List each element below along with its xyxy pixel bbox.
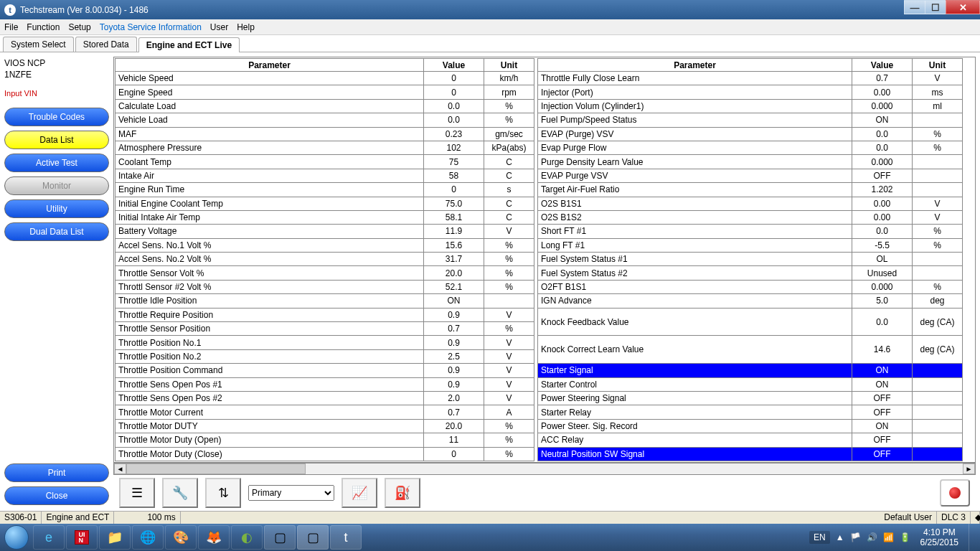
table-row[interactable]: O2FT B1S10.000% xyxy=(538,280,963,293)
table-row[interactable]: Long FT #1-5.5% xyxy=(538,238,963,252)
table-row[interactable]: Accel Sens. No.1 Volt %15.6% xyxy=(116,238,534,252)
horizontal-scrollbar[interactable]: ◄ ► xyxy=(113,463,976,475)
table-row[interactable]: MAF0.23gm/sec xyxy=(116,127,534,141)
chrome-icon[interactable]: 🌐 xyxy=(132,525,164,550)
close-button[interactable]: Close xyxy=(4,486,109,505)
table-row[interactable]: Fuel Pump/Speed StatusON xyxy=(538,113,963,127)
camtasia2-icon[interactable]: ▢ xyxy=(297,525,329,550)
sensor-button[interactable]: 🔧 xyxy=(162,478,198,508)
menu-file[interactable]: File xyxy=(4,22,18,32)
table-row[interactable]: Neutral Position SW SignalOFF xyxy=(538,447,963,461)
sort-button[interactable]: ⇅ xyxy=(205,478,241,508)
graph-button[interactable]: 📈 xyxy=(341,478,377,508)
table-row[interactable]: EVAP Purge VSVOFF xyxy=(538,169,963,182)
battery-icon[interactable]: 🔋 xyxy=(900,532,910,542)
fuel-graph-button[interactable]: ⛽ xyxy=(385,478,420,508)
table-row[interactable]: Throttle Require Position0.9V xyxy=(116,308,534,321)
scroll-right-icon[interactable]: ► xyxy=(963,463,975,474)
table-row[interactable]: Injector (Port)0.00ms xyxy=(538,85,963,99)
table-row[interactable]: Calculate Load0.0% xyxy=(116,99,534,113)
table-row[interactable]: Injection Volum (Cylinder1)0.000ml xyxy=(538,99,963,113)
table-row[interactable]: Throttle Fully Close Learn0.7V xyxy=(538,72,963,85)
table-row[interactable]: Evap Purge Flow0.0% xyxy=(538,141,963,154)
coccoc-icon[interactable]: ◐ xyxy=(231,525,263,550)
table-row[interactable]: Knock Feedback Value0.0deg (CA) xyxy=(538,308,963,336)
table-row[interactable]: EVAP (Purge) VSV0.0% xyxy=(538,127,963,141)
table-row[interactable]: Throttle Idle PositionON xyxy=(116,294,534,308)
table-row[interactable]: O2S B1S10.00V xyxy=(538,197,963,210)
record-button[interactable] xyxy=(940,479,970,507)
input-vin-link[interactable]: Input VIN xyxy=(4,89,109,98)
table-row[interactable]: Starter SignalON xyxy=(538,364,963,377)
table-row[interactable]: Throttle Motor Duty (Open)11% xyxy=(116,433,534,447)
table-row[interactable]: Atmosphere Pressure102kPa(abs) xyxy=(116,141,534,154)
techstream-task-icon[interactable]: t xyxy=(330,525,362,550)
table-row[interactable]: Purge Density Learn Value0.000 xyxy=(538,155,963,169)
explorer-icon[interactable]: 📁 xyxy=(99,525,131,550)
table-row[interactable]: Initial Intake Air Temp58.1C xyxy=(116,210,534,224)
table-row[interactable]: Battery Voltage11.9V xyxy=(116,225,534,238)
volume-icon[interactable]: 🔊 xyxy=(867,532,877,542)
primary-select[interactable]: Primary xyxy=(248,485,334,501)
table-row[interactable]: Coolant Temp75C xyxy=(116,155,534,169)
table-row[interactable]: Fuel System Status #1OL xyxy=(538,253,963,266)
table-row[interactable]: IGN Advance5.0deg xyxy=(538,294,963,308)
network-icon[interactable]: 📶 xyxy=(883,532,894,542)
table-row[interactable]: Target Air-Fuel Ratio1.202 xyxy=(538,183,963,197)
start-button[interactable] xyxy=(0,524,33,551)
side-monitor-button[interactable]: Monitor xyxy=(4,176,109,195)
table-row[interactable]: Vehicle Speed0km/h xyxy=(116,72,534,85)
table-row[interactable]: Intake Air58C xyxy=(116,169,534,182)
table-row[interactable]: Vehicle Load0.0% xyxy=(116,113,534,127)
table-row[interactable]: Throttle Motor DUTY20.0% xyxy=(116,419,534,433)
menu-function[interactable]: Function xyxy=(27,22,60,32)
data-table-right[interactable]: Parameter Value Unit Throttle Fully Clos… xyxy=(537,58,963,461)
menu-user[interactable]: User xyxy=(210,22,228,32)
camtasia-icon[interactable]: ▢ xyxy=(264,525,296,550)
table-row[interactable]: Starter ControlON xyxy=(538,377,963,391)
table-row[interactable]: Accel Sens. No.2 Volt %31.7% xyxy=(116,253,534,266)
side-trouble-codes-button[interactable]: Trouble Codes xyxy=(4,108,109,126)
table-row[interactable]: Engine Run Time0s xyxy=(116,183,534,197)
table-row[interactable]: Short FT #10.0% xyxy=(538,225,963,238)
table-row[interactable]: Throttle Motor Current0.7A xyxy=(116,405,534,419)
table-row[interactable]: Throttle Position Command0.9V xyxy=(116,364,534,377)
tray-up-icon[interactable]: ▲ xyxy=(836,532,844,542)
table-row[interactable]: Throttle Position No.10.9V xyxy=(116,336,534,349)
table-row[interactable]: Throttle Sens Open Pos #10.9V xyxy=(116,377,534,391)
table-row[interactable]: Throttle Motor Duty (Close)0% xyxy=(116,447,534,461)
ie-icon[interactable]: e xyxy=(33,525,65,550)
table-row[interactable]: Throttle Position No.22.5V xyxy=(116,349,534,363)
language-indicator[interactable]: EN xyxy=(809,531,830,544)
show-desktop-button[interactable] xyxy=(969,524,977,551)
side-utility-button[interactable]: Utility xyxy=(4,199,109,218)
table-row[interactable]: Knock Correct Learn Value14.6deg (CA) xyxy=(538,336,963,364)
table-row[interactable]: Power Steer. Sig. RecordON xyxy=(538,419,963,433)
menu-help[interactable]: Help xyxy=(237,22,255,32)
table-row[interactable]: Starter RelayOFF xyxy=(538,405,963,419)
clock[interactable]: 4:10 PM 6/25/2015 xyxy=(916,527,963,548)
table-row[interactable]: Throttle Sensor Position0.7% xyxy=(116,322,534,336)
tab-stored-data[interactable]: Stored Data xyxy=(75,37,137,52)
table-row[interactable]: Initial Engine Coolant Temp75.0C xyxy=(116,197,534,210)
table-row[interactable]: O2S B1S20.00V xyxy=(538,210,963,224)
table-row[interactable]: Fuel System Status #2Unused xyxy=(538,266,963,280)
table-row[interactable]: Throttle Sens Open Pos #22.0V xyxy=(116,391,534,405)
side-active-test-button[interactable]: Active Test xyxy=(4,154,109,172)
tab-system-select[interactable]: System Select xyxy=(3,37,74,52)
scroll-left-icon[interactable]: ◄ xyxy=(114,463,126,474)
data-table-left[interactable]: Parameter Value Unit Vehicle Speed0km/hE… xyxy=(115,58,534,461)
tab-engine-ect-live[interactable]: Engine and ECT Live xyxy=(138,37,240,52)
menu-setup[interactable]: Setup xyxy=(68,22,90,32)
scroll-thumb[interactable] xyxy=(126,463,306,474)
table-row[interactable]: Throttl Sensor #2 Volt %52.1% xyxy=(116,280,534,293)
side-data-list-button[interactable]: Data List xyxy=(4,131,109,149)
maximize-button[interactable]: ☐ xyxy=(925,0,946,14)
print-button[interactable]: Print xyxy=(4,463,109,482)
flag-icon[interactable]: 🏳️ xyxy=(850,532,861,542)
menu-tsi[interactable]: Toyota Service Information xyxy=(100,22,202,32)
side-dual-data-list-button[interactable]: Dual Data List xyxy=(4,222,109,241)
minimize-button[interactable]: — xyxy=(904,0,925,14)
unikey-icon[interactable]: UIN xyxy=(66,525,98,550)
table-row[interactable]: ACC RelayOFF xyxy=(538,433,963,447)
